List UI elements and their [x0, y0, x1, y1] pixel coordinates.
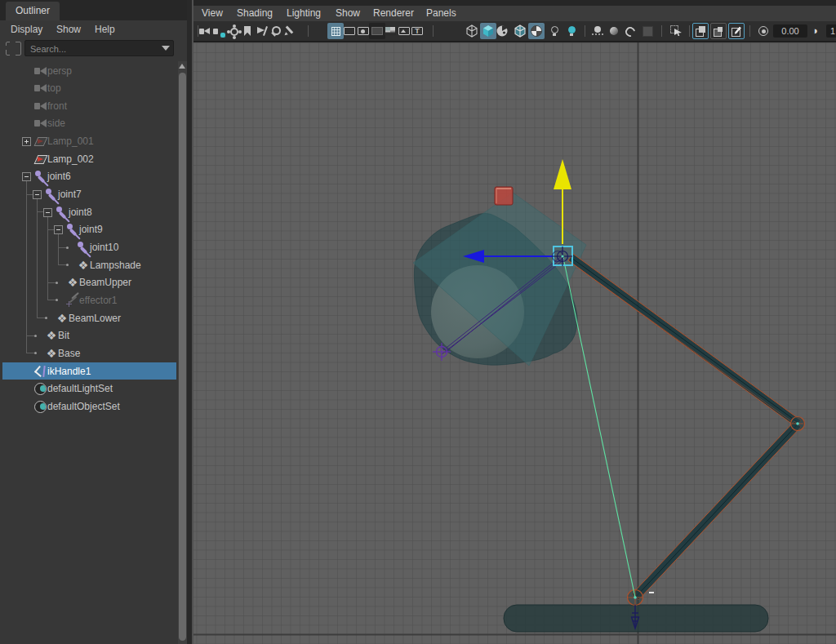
viewport-menubar: ViewShadingLightingShowRendererPanels	[193, 6, 836, 21]
use-all-lights-icon[interactable]	[548, 24, 561, 38]
default-material-icon[interactable]	[530, 24, 543, 38]
depth-of-field-icon[interactable]	[607, 24, 620, 38]
wireframe-cube-icon[interactable]	[465, 24, 478, 38]
viewport-scene[interactable]	[193, 42, 836, 644]
outliner-row-joint7[interactable]: joint7	[0, 185, 178, 203]
outliner-row-Base[interactable]: ❖Base	[0, 344, 178, 362]
outliner-row-BeamLower[interactable]: ❖BeamLower	[0, 309, 178, 327]
outliner-menu-display[interactable]: Display	[11, 20, 42, 38]
frame-selection-icon[interactable]	[6, 42, 21, 56]
outliner-tab-strip: Outliner	[0, 0, 193, 20]
row-label: side	[47, 114, 65, 132]
mesh-icon: ❖	[66, 276, 79, 289]
joint-icon	[77, 241, 90, 254]
toolbar-separator	[433, 25, 434, 37]
transform-icon	[34, 135, 47, 148]
outliner-row-persp[interactable]: persp	[0, 62, 178, 80]
shadows-icon[interactable]	[565, 24, 578, 38]
outliner-scrollbar[interactable]	[178, 61, 187, 644]
field-chart-icon[interactable]	[384, 24, 397, 38]
gate-mask-icon[interactable]	[371, 24, 384, 38]
tab-outliner[interactable]: Outliner	[6, 2, 60, 20]
row-label: joint9	[79, 220, 103, 238]
viewport-menu-view[interactable]: View	[202, 6, 223, 21]
isolate-select-icon[interactable]	[669, 24, 683, 38]
textured-icon[interactable]	[496, 24, 509, 38]
outliner-row-front[interactable]: front	[0, 97, 178, 115]
outliner-menu-show[interactable]: Show	[56, 20, 81, 38]
row-label: Lampshade	[90, 256, 141, 274]
safe-title-letter: T	[411, 26, 424, 36]
lock-camera-icon[interactable]	[212, 24, 225, 38]
outliner-row-ikHandle1[interactable]: ikHandle1	[0, 362, 178, 380]
outliner-row-Bit[interactable]: ❖Bit	[0, 326, 178, 344]
outliner-row-joint6[interactable]: joint6	[0, 167, 178, 185]
outliner-row-effector1[interactable]: effector1	[0, 291, 178, 309]
outliner-row-Lamp_001[interactable]: Lamp_001	[0, 132, 178, 150]
outliner-menu-help[interactable]: Help	[95, 20, 115, 38]
viewport-menu-panels[interactable]: Panels	[426, 6, 456, 21]
ambient-occlusion-icon[interactable]	[591, 24, 604, 38]
multisample-icon[interactable]	[641, 24, 654, 38]
motion-blur-icon[interactable]	[623, 24, 636, 38]
pan-zoom-icon[interactable]	[269, 24, 282, 38]
collapse-icon[interactable]	[54, 225, 63, 234]
set-icon	[34, 401, 47, 413]
toolbar-separator	[689, 25, 690, 37]
xray-joints-icon[interactable]	[712, 24, 725, 38]
outliner-row-side[interactable]: side	[0, 114, 178, 132]
mesh-icon: ❖	[56, 312, 69, 325]
grid-icon[interactable]	[329, 24, 342, 38]
safe-action-icon[interactable]	[398, 24, 411, 38]
outliner-row-Lampshade[interactable]: ❖Lampshade	[0, 256, 178, 274]
xray-icon[interactable]	[694, 24, 707, 38]
outliner-row-top[interactable]: top	[0, 79, 178, 97]
camera-icon	[34, 64, 47, 78]
viewport-menu-lighting[interactable]: Lighting	[287, 6, 321, 21]
wireframe-on-shaded-icon[interactable]	[514, 24, 527, 38]
camera-attributes-icon[interactable]	[227, 24, 240, 38]
expand-icon[interactable]	[22, 137, 31, 146]
maya-window: Outliner DisplayShowHelp Search... persp…	[0, 0, 836, 644]
selection-highlighting-icon[interactable]	[730, 24, 743, 38]
outliner-row-joint9[interactable]: joint9	[0, 220, 178, 238]
viewport-menu-shading[interactable]: Shading	[237, 6, 273, 21]
grease-pencil-icon[interactable]	[283, 24, 296, 38]
gamma-icon[interactable]: ◑	[808, 24, 821, 38]
image-plane-icon[interactable]	[256, 24, 269, 38]
outliner-row-joint10[interactable]: joint10	[0, 238, 178, 256]
exposure-field[interactable]: 0.00	[773, 24, 807, 38]
outliner-row-defaultLightSet[interactable]: defaultLightSet	[0, 380, 178, 398]
panel-divider[interactable]	[187, 0, 193, 644]
row-label: Base	[58, 344, 80, 362]
row-label: top	[47, 79, 61, 97]
safe-title-icon[interactable]: T	[411, 24, 424, 38]
collapse-icon[interactable]	[22, 172, 31, 181]
viewport-menu-renderer[interactable]: Renderer	[373, 6, 414, 21]
gamma-field[interactable]: 1	[826, 24, 836, 38]
search-input[interactable]: Search...	[24, 40, 174, 56]
shaded-cube-icon[interactable]	[482, 24, 495, 38]
select-camera-icon[interactable]	[198, 24, 211, 38]
film-gate-icon[interactable]	[343, 24, 356, 38]
exposure-icon[interactable]	[757, 24, 770, 38]
outliner-search-row: Search...	[0, 38, 193, 61]
toolbar-separator	[308, 25, 309, 37]
outliner-tree: persptopfrontsideLamp_001Lamp_002joint6j…	[0, 61, 178, 644]
outliner-row-defaultObjectSet[interactable]: defaultObjectSet	[0, 398, 178, 415]
scrollbar-thumb[interactable]	[179, 73, 186, 641]
search-dropdown-caret-icon[interactable]	[162, 46, 170, 51]
camera-icon	[34, 100, 47, 113]
bookmark-icon[interactable]	[241, 24, 254, 38]
outliner-row-joint8[interactable]: joint8	[0, 203, 178, 221]
scrollbar-up-arrow-icon[interactable]	[179, 64, 185, 69]
collapse-icon[interactable]	[43, 208, 52, 217]
toolbar-separator	[661, 25, 662, 37]
collapse-icon[interactable]	[33, 190, 42, 199]
transform-icon	[34, 153, 47, 166]
resolution-gate-icon[interactable]	[357, 24, 370, 38]
row-label: joint6	[47, 167, 71, 185]
outliner-row-BeamUpper[interactable]: ❖BeamUpper	[0, 273, 178, 291]
outliner-row-Lamp_002[interactable]: Lamp_002	[0, 150, 178, 168]
viewport-menu-show[interactable]: Show	[336, 6, 360, 21]
